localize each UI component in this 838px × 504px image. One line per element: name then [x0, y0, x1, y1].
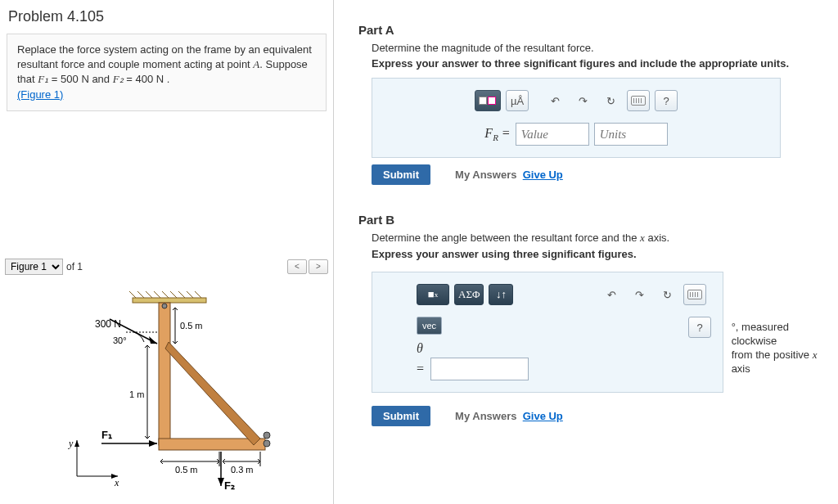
diag-f1: F₁ — [101, 429, 112, 441]
figure-prev-button[interactable]: < — [287, 259, 307, 274]
svg-line-5 — [162, 291, 169, 298]
eq-label: = — [417, 362, 424, 376]
submit-button-b[interactable]: Submit — [372, 406, 430, 426]
theta-input[interactable] — [430, 358, 529, 380]
svg-line-6 — [170, 291, 177, 298]
give-up-link-a[interactable]: Give Up — [523, 169, 563, 181]
svg-point-13 — [162, 304, 167, 308]
svg-line-2 — [137, 291, 144, 298]
svg-line-3 — [146, 291, 152, 298]
figure-next-button[interactable]: > — [309, 259, 328, 274]
diag-300n: 300 N — [95, 318, 121, 330]
figure-nav-bar: Figure 1 of 1 < > — [5, 259, 328, 275]
svg-line-7 — [178, 291, 185, 298]
diag-1m: 1 m — [129, 389, 144, 399]
svg-line-1 — [129, 291, 136, 298]
theta-label: θ — [417, 341, 423, 356]
svg-line-8 — [187, 291, 193, 298]
reset-icon-b[interactable]: ↻ — [656, 284, 678, 305]
problem-title: Problem 4.105 — [8, 8, 333, 25]
f1-var: F₁ — [38, 73, 48, 85]
value-input[interactable] — [516, 123, 589, 146]
help-icon-b[interactable]: ? — [688, 317, 711, 338]
svg-line-9 — [195, 291, 201, 298]
txt: = 400 — [124, 73, 156, 85]
svg-point-15 — [264, 432, 270, 439]
diag-f2: F₂ — [224, 479, 235, 492]
units-icon[interactable]: µÅ — [506, 90, 529, 111]
txt: . — [164, 73, 169, 85]
part-a-instr: Determine the magnitude of the resultant… — [372, 42, 833, 54]
give-up-link-b[interactable]: Give Up — [523, 410, 563, 422]
part-b-answer-box: ■x ΑΣΦ ↓↑ ↶ ↷ ↻ vec ? θ = — [372, 272, 723, 393]
part-a-title: Part A — [358, 23, 833, 37]
greek-icon[interactable]: ΑΣΦ — [454, 284, 484, 305]
svg-rect-10 — [159, 303, 170, 445]
keyboard-icon[interactable] — [627, 90, 650, 111]
problem-statement: Replace the force system acting on the f… — [7, 34, 327, 111]
fr-label: FR = — [484, 126, 510, 142]
txt: and — [89, 73, 113, 85]
figure-image: A 300 N 30° 0.5 m — [44, 283, 290, 498]
redo-icon-b[interactable]: ↷ — [628, 284, 651, 305]
svg-marker-12 — [165, 342, 260, 445]
help-icon[interactable]: ? — [655, 90, 678, 111]
units-input[interactable] — [594, 123, 668, 146]
diag-30deg: 30° — [113, 335, 127, 345]
figure-link[interactable]: (Figure 1) — [17, 88, 63, 101]
undo-icon-b[interactable]: ↶ — [600, 284, 623, 305]
svg-rect-0 — [133, 298, 206, 303]
txt: N — [156, 73, 164, 85]
diag-05m-bot: 0.5 m — [175, 465, 198, 475]
submit-button-a[interactable]: Submit — [372, 164, 430, 185]
diag-y: y — [68, 438, 74, 449]
subsup-icon[interactable]: ↓↑ — [489, 284, 513, 305]
my-answers-b: My Answers — [455, 410, 516, 422]
my-answers-a: My Answers — [455, 169, 516, 181]
undo-icon[interactable]: ↶ — [543, 90, 566, 111]
part-b-instr: Determine the angle between the resultan… — [372, 232, 833, 245]
diag-x: x — [114, 477, 119, 488]
math-tpl-icon[interactable]: ■x — [417, 284, 449, 305]
svg-line-4 — [154, 291, 160, 298]
svg-point-14 — [264, 440, 270, 447]
part-a-bold-instr: Express your answer to three significant… — [372, 57, 833, 70]
figure-select[interactable]: Figure 1 — [5, 259, 63, 275]
vec-button[interactable]: vec — [417, 317, 442, 335]
f2-var: F₂ — [113, 73, 124, 85]
diag-03m: 0.3 m — [231, 465, 254, 475]
units-note: °, measured clockwise from the positive … — [732, 321, 830, 376]
svg-marker-22 — [149, 440, 157, 447]
txt: N — [81, 73, 88, 85]
keyboard-icon-b[interactable] — [683, 284, 706, 305]
svg-marker-28 — [218, 478, 224, 486]
reset-icon[interactable]: ↻ — [599, 90, 622, 111]
template-icon[interactable] — [475, 90, 501, 111]
part-b-bold-instr: Express your answer using three signific… — [372, 248, 833, 260]
diag-05m-top: 0.5 m — [180, 321, 203, 331]
txt: = 500 — [48, 73, 81, 85]
svg-marker-32 — [74, 440, 79, 447]
figure-count: of 1 — [66, 261, 83, 272]
part-a-answer-box: µÅ ↶ ↷ ↻ ? FR = — [372, 78, 781, 158]
redo-icon[interactable]: ↷ — [571, 90, 594, 111]
part-b-title: Part B — [358, 213, 833, 227]
